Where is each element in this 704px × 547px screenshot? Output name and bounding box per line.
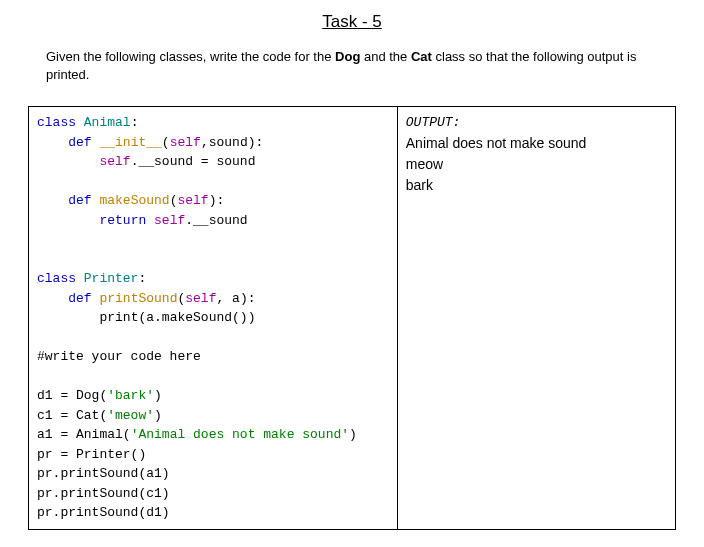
- code-line: pr.printSound(a1): [37, 466, 170, 481]
- code-line: pr.printSound(c1): [37, 486, 170, 501]
- instr-cat: Cat: [411, 49, 432, 64]
- code-line: a1 = Animal(: [37, 427, 131, 442]
- pad: [37, 135, 68, 150]
- task-table: class Animal: def __init__(self,sound): …: [28, 106, 676, 530]
- instr-pre: Given the following classes, write the c…: [46, 49, 335, 64]
- pad: [37, 193, 68, 208]
- paren-close: ): [349, 427, 357, 442]
- self-kw: self: [99, 154, 130, 169]
- pad: [37, 310, 99, 325]
- rest: .__sound: [185, 213, 247, 228]
- code-line: pr = Printer(): [37, 447, 146, 462]
- rest: print(a.makeSound()): [99, 310, 255, 325]
- instr-mid: and the: [360, 49, 411, 64]
- def-printsound: printSound: [92, 291, 178, 306]
- output-line-2: meow: [406, 154, 667, 175]
- self-kw: self: [146, 213, 185, 228]
- kw-return: return: [99, 213, 146, 228]
- str-bark: 'bark': [107, 388, 154, 403]
- cls-animal: Animal: [76, 115, 131, 130]
- instr-dog: Dog: [335, 49, 360, 64]
- colon: :: [131, 115, 139, 130]
- paren-close: ): [154, 408, 162, 423]
- pad: [37, 291, 68, 306]
- comment: #write your code here: [37, 349, 201, 364]
- output-cell: OUTPUT: Animal does not make sound meow …: [397, 107, 675, 530]
- kw-class: class: [37, 271, 76, 286]
- task-title: Task - 5: [28, 12, 676, 32]
- code-cell: class Animal: def __init__(self,sound): …: [29, 107, 398, 530]
- cls-printer: Printer: [76, 271, 138, 286]
- self-kw: self: [177, 193, 208, 208]
- rest: ,sound):: [201, 135, 263, 150]
- def-init: __init__: [92, 135, 162, 150]
- output-line-3: bark: [406, 175, 667, 196]
- self-kw: self: [185, 291, 216, 306]
- rest: .__sound = sound: [131, 154, 256, 169]
- paren-close: ): [154, 388, 162, 403]
- code-line: pr.printSound(d1): [37, 505, 170, 520]
- self-kw: self: [170, 135, 201, 150]
- str-animal: 'Animal does not make sound': [131, 427, 349, 442]
- kw-def: def: [68, 193, 91, 208]
- paren: (: [162, 135, 170, 150]
- kw-def: def: [68, 291, 91, 306]
- pad: [37, 213, 99, 228]
- str-meow: 'meow': [107, 408, 154, 423]
- def-makesound: makeSound: [92, 193, 170, 208]
- rest: ):: [209, 193, 225, 208]
- colon: :: [138, 271, 146, 286]
- code-line: c1 = Cat(: [37, 408, 107, 423]
- kw-class: class: [37, 115, 76, 130]
- task-instructions: Given the following classes, write the c…: [28, 48, 676, 84]
- rest: , a):: [216, 291, 255, 306]
- output-line-1: Animal does not make sound: [406, 133, 667, 154]
- kw-def: def: [68, 135, 91, 150]
- output-header: OUTPUT:: [406, 113, 667, 133]
- pad: [37, 154, 99, 169]
- code-line: d1 = Dog(: [37, 388, 107, 403]
